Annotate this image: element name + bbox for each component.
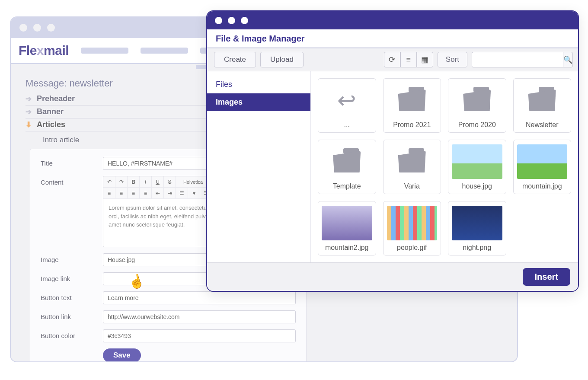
label-title: Title xyxy=(41,157,103,167)
button-color-input[interactable] xyxy=(103,329,296,342)
image-thumbnail xyxy=(322,206,372,240)
align-justify-icon[interactable]: ≡ xyxy=(140,188,152,199)
sort-button[interactable]: Sort xyxy=(438,52,467,67)
strike-icon[interactable]: S xyxy=(164,176,176,188)
image-thumbnail xyxy=(452,144,502,179)
label-button-link: Button link xyxy=(41,310,103,320)
tile-image-night[interactable]: night.png xyxy=(448,201,506,255)
create-button[interactable]: Create xyxy=(214,52,256,67)
redo-icon[interactable]: ↷ xyxy=(115,176,128,188)
file-manager-window: File & Image Manager Create Upload ⟳ ≡ ▦… xyxy=(206,10,579,292)
search-icon[interactable]: 🔍 xyxy=(563,52,573,67)
list-ol-icon[interactable]: ☰ xyxy=(176,188,188,199)
folder-icon xyxy=(463,89,491,111)
align-left-icon[interactable]: ≡ xyxy=(103,188,115,199)
tile-folder-newsletter[interactable]: Newsletter xyxy=(513,78,572,133)
grid-view-icon[interactable]: ▦ xyxy=(417,52,433,67)
refresh-icon[interactable]: ⟳ xyxy=(384,52,400,67)
font-select[interactable]: Helvetica xyxy=(176,176,211,188)
window-control[interactable] xyxy=(215,17,222,24)
tile-back[interactable]: ↩ ... xyxy=(318,78,376,133)
tab-files[interactable]: Files xyxy=(207,76,310,93)
window-control[interactable] xyxy=(228,17,235,24)
fm-sidebar: Files Images xyxy=(207,71,311,262)
folder-icon xyxy=(398,151,426,172)
tile-folder-promo2020[interactable]: Promo 2020 xyxy=(448,78,506,133)
fm-title: File & Image Manager xyxy=(216,34,569,44)
fm-toolbar: Create Upload ⟳ ≡ ▦ Sort 🔍 xyxy=(207,48,578,71)
bold-icon[interactable]: B xyxy=(128,176,140,188)
undo-icon[interactable]: ↶ xyxy=(103,176,115,188)
window-control[interactable] xyxy=(33,24,41,32)
fm-grid: ↩ ... Promo 2021 Promo 2020 Newsletter T… xyxy=(311,71,578,262)
upload-button[interactable]: Upload xyxy=(260,52,304,67)
align-center-icon[interactable]: ≡ xyxy=(115,188,128,199)
outdent-icon[interactable]: ⇤ xyxy=(152,188,164,199)
label-button-color: Button color xyxy=(41,329,103,339)
list-view-icon[interactable]: ≡ xyxy=(400,52,417,67)
folder-icon xyxy=(333,151,361,172)
fm-footer: Insert xyxy=(207,262,578,291)
folder-icon xyxy=(398,89,426,111)
indent-icon[interactable]: ⇥ xyxy=(164,188,176,199)
underline-icon[interactable]: U xyxy=(152,176,164,188)
image-thumbnail xyxy=(452,206,502,240)
tile-folder-promo2021[interactable]: Promo 2021 xyxy=(383,78,441,133)
button-text-input[interactable] xyxy=(103,291,296,304)
chevron-down-icon[interactable]: ▾ xyxy=(188,188,200,199)
tile-image-people[interactable]: people.gif xyxy=(383,201,441,255)
search-box: 🔍 xyxy=(472,52,571,67)
insert-button[interactable]: Insert xyxy=(523,268,570,286)
tile-image-house[interactable]: house.jpg xyxy=(448,140,506,194)
window-control[interactable] xyxy=(19,24,27,32)
window-control[interactable] xyxy=(241,17,248,24)
label-button-text: Button text xyxy=(41,291,103,301)
fm-header: File & Image Manager xyxy=(207,29,578,48)
toolbar-item-placeholder xyxy=(81,48,128,54)
tile-image-mountain[interactable]: mountain.jpg xyxy=(513,140,572,194)
label-image: Image xyxy=(41,253,103,263)
button-link-input[interactable] xyxy=(103,310,296,323)
save-button[interactable]: Save xyxy=(103,348,141,362)
folder-icon xyxy=(528,89,556,111)
search-input[interactable] xyxy=(472,52,563,67)
view-controls: ⟳ ≡ ▦ xyxy=(384,52,433,67)
italic-icon[interactable]: I xyxy=(140,176,152,188)
image-thumbnail xyxy=(387,206,438,240)
toolbar-item-placeholder xyxy=(141,48,188,54)
label-content: Content xyxy=(41,176,103,186)
tab-images[interactable]: Images xyxy=(207,93,310,111)
arrow-right-icon: ➔ xyxy=(26,94,32,103)
fm-titlebar xyxy=(207,11,578,29)
window-control[interactable] xyxy=(47,24,55,32)
tile-image-mountain2[interactable]: mountain2.jpg xyxy=(318,201,376,255)
arrow-down-icon: ⬇ xyxy=(26,120,32,129)
align-right-icon[interactable]: ≡ xyxy=(128,188,140,199)
image-thumbnail xyxy=(517,144,568,179)
back-arrow-icon: ↩ xyxy=(337,87,356,113)
app-logo: Flexmail xyxy=(19,43,69,58)
arrow-right-icon: ➔ xyxy=(26,107,32,116)
label-image-link: Image link xyxy=(41,272,103,282)
tile-folder-template[interactable]: Template xyxy=(318,140,376,194)
tile-folder-varia[interactable]: Varia xyxy=(383,140,441,194)
